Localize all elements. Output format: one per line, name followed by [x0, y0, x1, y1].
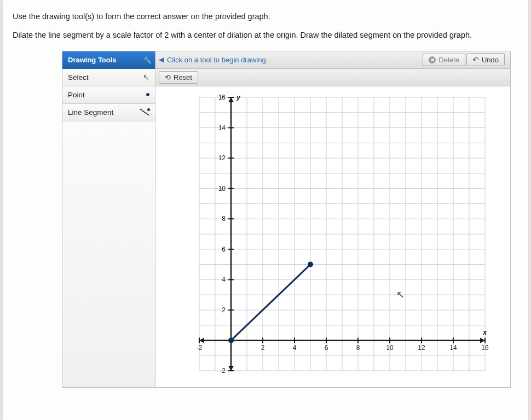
svg-marker-42 — [228, 97, 234, 102]
problem-text: Dilate the line segment by a scale facto… — [13, 30, 518, 40]
instruction-text: Use the drawing tool(s) to form the corr… — [13, 11, 518, 22]
svg-text:-2: -2 — [220, 367, 226, 375]
svg-point-83 — [228, 337, 234, 343]
page-content: Use the drawing tool(s) to form the corr… — [3, 0, 528, 420]
svg-text:16: 16 — [218, 94, 226, 101]
svg-text:2: 2 — [222, 306, 226, 313]
tools-header-label: Drawing Tools — [68, 56, 117, 64]
svg-text:4: 4 — [222, 276, 226, 283]
hint-arrow-icon: ◀ — [159, 56, 164, 63]
line-segment-icon — [140, 109, 149, 115]
svg-text:8: 8 — [356, 344, 360, 352]
hint-text: Click on a tool to begin drawing. — [167, 56, 268, 64]
undo-button[interactable]: ↶ Undo — [466, 53, 505, 66]
app-body: Select Point Line Segment ⟲ Reset — [62, 69, 510, 387]
svg-text:x: x — [482, 328, 487, 336]
tool-point-label: Point — [68, 91, 85, 99]
wrench-icon: 🔧 — [143, 56, 152, 64]
delete-label: Delete — [438, 56, 459, 64]
svg-text:8: 8 — [222, 215, 226, 223]
action-buttons: ✕ Delete ↶ Undo — [422, 51, 510, 69]
tools-panel-header: Drawing Tools 🔧 — [62, 51, 155, 69]
cursor-icon — [143, 73, 149, 81]
tool-select-label: Select — [68, 73, 89, 81]
svg-marker-43 — [228, 366, 234, 371]
svg-line-82 — [231, 264, 310, 340]
tool-list: Select Point Line Segment — [62, 69, 155, 387]
svg-text:14: 14 — [218, 124, 226, 131]
undo-label: Undo — [482, 56, 499, 64]
top-toolbar: Drawing Tools 🔧 ◀ Click on a tool to beg… — [62, 51, 510, 69]
reset-row: ⟲ Reset — [155, 69, 510, 86]
svg-text:2: 2 — [261, 344, 265, 352]
tool-line-label: Line Segment — [68, 108, 113, 116]
svg-text:4: 4 — [293, 344, 297, 352]
hint-bar: ◀ Click on a tool to begin drawing. — [155, 51, 422, 69]
svg-text:y: y — [236, 93, 241, 101]
undo-icon: ↶ — [472, 55, 479, 64]
tool-select[interactable]: Select — [62, 69, 155, 86]
drawing-app: Drawing Tools 🔧 ◀ Click on a tool to beg… — [62, 51, 511, 388]
svg-text:-2: -2 — [197, 344, 203, 352]
svg-point-84 — [308, 261, 313, 267]
canvas-area: ⟲ Reset -2246810121416-2246810121416yx ↖ — [155, 69, 510, 387]
close-icon: ✕ — [429, 56, 436, 63]
svg-marker-41 — [199, 337, 204, 343]
reset-label: Reset — [174, 73, 192, 81]
tool-point[interactable]: Point — [62, 86, 155, 104]
svg-text:6: 6 — [325, 344, 328, 352]
svg-text:12: 12 — [418, 344, 425, 352]
delete-button[interactable]: ✕ Delete — [423, 54, 465, 66]
svg-marker-40 — [480, 337, 485, 343]
svg-text:12: 12 — [218, 154, 226, 162]
svg-text:10: 10 — [218, 184, 226, 192]
coordinate-graph[interactable]: -2246810121416-2246810121416yx — [177, 92, 495, 387]
reset-button[interactable]: ⟲ Reset — [159, 71, 198, 84]
graph-wrapper: -2246810121416-2246810121416yx ↖ — [155, 86, 510, 387]
svg-text:10: 10 — [386, 344, 394, 352]
reset-icon: ⟲ — [165, 73, 171, 81]
tool-line-segment[interactable]: Line Segment — [62, 104, 155, 121]
svg-text:14: 14 — [449, 344, 457, 352]
point-icon — [146, 93, 149, 96]
svg-text:6: 6 — [222, 245, 226, 253]
svg-text:16: 16 — [481, 344, 489, 352]
